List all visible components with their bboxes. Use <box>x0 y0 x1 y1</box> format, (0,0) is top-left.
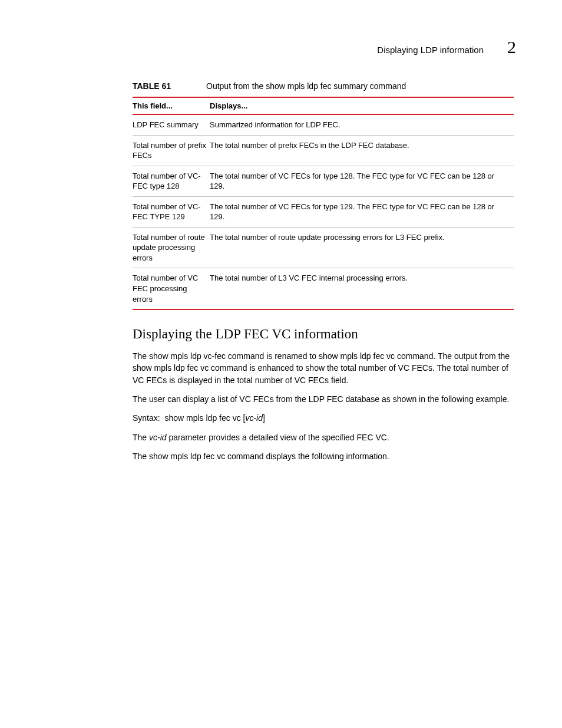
text-fragment: parameter provides a detailed view of th… <box>167 433 389 442</box>
table-row: Total number of prefix FECs The total nu… <box>133 135 514 166</box>
cell-displays: The total number of route update process… <box>210 227 514 268</box>
cell-displays: Summarized information for LDP FEC. <box>210 114 514 135</box>
table-row: Total number of route update processing … <box>133 227 514 268</box>
table-row: Total number of VC FEC processing errors… <box>133 268 514 309</box>
body-paragraph: The show mpls ldp fec vc command display… <box>133 450 514 462</box>
body-paragraph: The user can display a list of VC FECs f… <box>133 393 514 405</box>
page: Displaying LDP information 2 TABLE 61 Ou… <box>0 0 562 728</box>
syntax-line: Syntax: show mpls ldp fec vc [vc-id] <box>133 412 514 424</box>
param-name: vc-id <box>149 433 167 442</box>
syntax-param: vc-id <box>245 413 263 423</box>
cell-displays: The total number of L3 VC FEC internal p… <box>210 268 514 309</box>
table-row: LDP FEC summary Summarized information f… <box>133 114 514 135</box>
table-label: TABLE 61 <box>133 81 206 91</box>
text-fragment: The <box>133 433 149 442</box>
cell-field: Total number of VC-FEC TYPE 129 <box>133 196 210 227</box>
cell-field: Total number of VC FEC processing errors <box>133 268 210 309</box>
syntax-label: Syntax: <box>133 413 160 423</box>
table-caption: Output from the show mpls ldp fec summar… <box>206 81 406 91</box>
chapter-number: 2 <box>507 37 516 57</box>
table-row: Total number of VC-FEC type 128 The tota… <box>133 166 514 196</box>
col-header-field: This field... <box>133 97 210 114</box>
cell-field: LDP FEC summary <box>133 114 210 135</box>
table-caption-row: TABLE 61 Output from the show mpls ldp f… <box>133 81 514 91</box>
header-title: Displaying LDP information <box>377 45 484 55</box>
cell-displays: The total number of VC FECs for type 128… <box>210 166 514 196</box>
syntax-command: show mpls ldp fec vc [ <box>164 413 245 423</box>
cell-displays: The total number of prefix FECs in the L… <box>210 135 514 166</box>
cell-field: Total number of route update processing … <box>133 227 210 268</box>
body-paragraph: The vc-id parameter provides a detailed … <box>133 431 514 443</box>
syntax-close: ] <box>263 413 265 423</box>
fec-summary-table: This field... Displays... LDP FEC summar… <box>133 97 514 310</box>
running-header: Displaying LDP information 2 <box>0 37 562 57</box>
body-paragraph: The show mpls ldp vc-fec command is rena… <box>133 350 514 386</box>
cell-displays: The total number of VC FECs for type 129… <box>210 196 514 227</box>
table-header-row: This field... Displays... <box>133 97 514 114</box>
table-row: Total number of VC-FEC TYPE 129 The tota… <box>133 196 514 227</box>
cell-field: Total number of prefix FECs <box>133 135 210 166</box>
cell-field: Total number of VC-FEC type 128 <box>133 166 210 196</box>
col-header-displays: Displays... <box>210 97 514 114</box>
section-heading: Displaying the LDP FEC VC information <box>133 327 514 342</box>
content-area: TABLE 61 Output from the show mpls ldp f… <box>133 81 514 469</box>
